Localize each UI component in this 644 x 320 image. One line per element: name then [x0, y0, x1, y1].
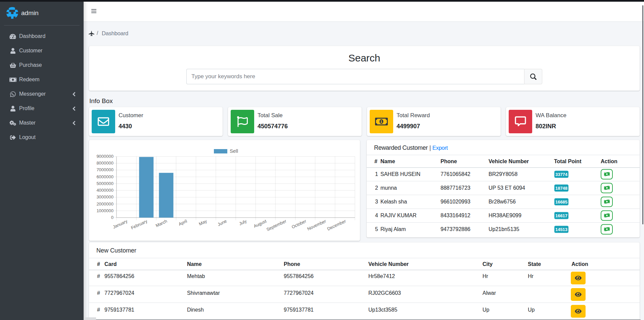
svg-text:September: September — [266, 218, 287, 232]
svg-text:April: April — [178, 219, 188, 227]
svg-text:7000000: 7000000 — [96, 167, 113, 172]
svg-text:May: May — [198, 218, 208, 226]
svg-text:1000000: 1000000 — [96, 208, 113, 213]
svg-text:3000000: 3000000 — [96, 194, 113, 199]
svg-text:August: August — [253, 218, 267, 229]
svg-text:November: November — [307, 218, 327, 231]
svg-text:5000000: 5000000 — [96, 181, 113, 186]
svg-text:July: July — [238, 218, 248, 226]
svg-text:Sell: Sell — [230, 148, 238, 154]
svg-text:6000000: 6000000 — [96, 174, 113, 179]
svg-text:0: 0 — [111, 215, 113, 220]
svg-text:2000000: 2000000 — [96, 201, 113, 207]
svg-text:4000000: 4000000 — [96, 188, 113, 193]
svg-text:March: March — [155, 219, 168, 228]
svg-text:June: June — [217, 219, 228, 227]
svg-text:February: February — [130, 218, 148, 230]
svg-text:October: October — [291, 218, 307, 229]
svg-text:January: January — [112, 218, 129, 229]
svg-text:December: December — [326, 218, 347, 231]
svg-text:8000000: 8000000 — [96, 161, 113, 166]
svg-text:9000000: 9000000 — [96, 154, 113, 159]
